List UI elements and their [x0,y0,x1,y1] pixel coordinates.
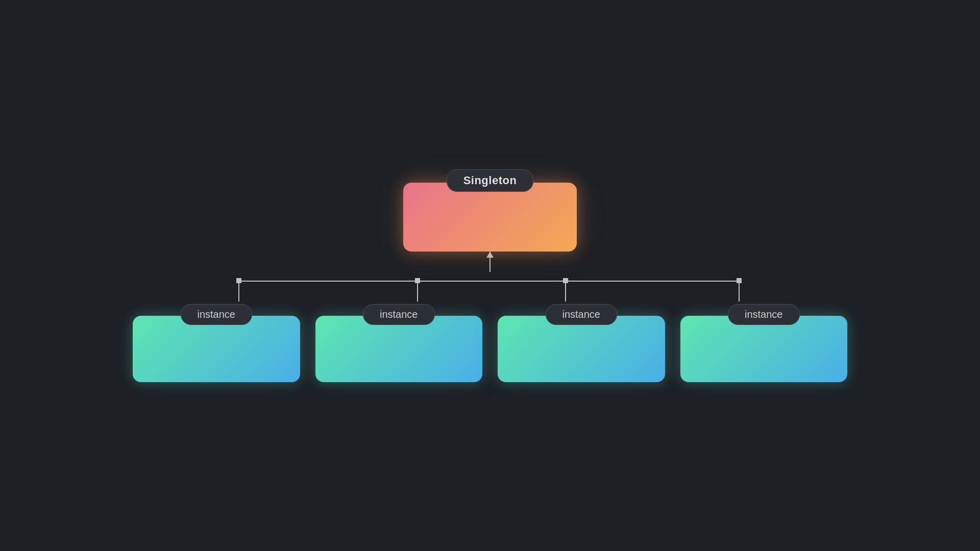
instances-row: instance instance instance instance [133,304,847,382]
instance-label-2: instance [363,304,435,325]
instance-card-2 [315,316,483,382]
instance-card-4 [680,316,848,382]
instance-wrapper-4: instance [680,304,848,382]
svg-rect-4 [737,278,742,283]
instance-card-1 [133,316,300,382]
connector-svg [158,276,822,304]
arrow-connector [489,252,491,276]
instance-label-3: instance [546,304,618,325]
svg-rect-1 [236,278,241,283]
connector-lines [158,276,822,304]
svg-rect-2 [415,278,420,283]
svg-rect-3 [563,278,568,283]
instance-label-1: instance [181,304,253,325]
singleton-label: Singleton [447,169,534,192]
instance-wrapper-2: instance [315,304,483,382]
diagram: Singleton instance instance [133,169,847,382]
instance-label-4: instance [728,304,800,325]
instance-wrapper-1: instance [133,304,300,382]
instance-card-3 [498,316,665,382]
singleton-wrapper: Singleton [403,169,577,252]
arrow-up [489,252,491,272]
instance-wrapper-3: instance [498,304,665,382]
singleton-card [403,183,577,252]
